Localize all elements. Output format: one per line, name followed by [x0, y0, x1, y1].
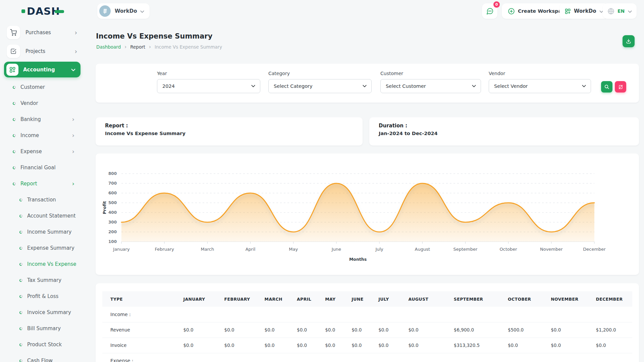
bullet-icon: [12, 101, 16, 105]
globe-icon: [607, 8, 614, 15]
sidebar-item-label: Income Vs Expense: [27, 261, 76, 267]
chevron-down-icon: [140, 8, 144, 14]
svg-text:August: August: [415, 247, 430, 252]
language-label: EN: [618, 8, 625, 14]
sidebar-item-report[interactable]: Report›: [0, 176, 87, 192]
sidebar-item-cash-flow[interactable]: Cash Flow: [0, 353, 87, 362]
svg-text:800: 800: [108, 171, 117, 176]
breadcrumb-item-dashboard[interactable]: Dashboard: [96, 44, 121, 50]
vendor-select[interactable]: Select Vendor: [489, 79, 591, 93]
breadcrumb-item-report[interactable]: Report: [130, 44, 145, 50]
table-row-invoice: Invoice$0.0$0.0$0.0$0.0$0.0$0.0$0.0$0.0$…: [102, 338, 632, 353]
apply-filter-button[interactable]: [601, 81, 612, 93]
messages-badge: 0: [493, 1, 500, 8]
sidebar-item-label: Purchases: [25, 29, 51, 36]
customer-label: Customer: [380, 71, 481, 76]
svg-text:February: February: [155, 247, 174, 252]
bullet-icon: [12, 85, 16, 89]
table-section-income: Income :: [102, 307, 632, 322]
chevron-down-icon: [628, 8, 632, 14]
sidebar-item-label: Income: [20, 132, 39, 138]
sidebar-item-label: Financial Goal: [20, 165, 56, 171]
sidebar-item-income-summary[interactable]: Income Summary: [0, 224, 87, 240]
breadcrumb-item-income-vs-expense-summary: Income Vs Expense Summary: [155, 44, 222, 50]
chevron-down-icon: [251, 85, 255, 87]
workspace-name: WorkDo: [115, 8, 137, 14]
sidebar-item-tax-summary[interactable]: Tax Summary: [0, 272, 87, 288]
bullet-icon: [19, 198, 23, 202]
sidebar-item-income-vs-expense[interactable]: Income Vs Expense: [0, 256, 87, 272]
table-cell: $0.0: [289, 322, 317, 338]
download-report-button[interactable]: [623, 35, 635, 47]
svg-text:October: October: [500, 247, 518, 252]
language-selector[interactable]: EN: [603, 3, 637, 19]
sidebar-item-financial-goal[interactable]: Financial Goal: [0, 160, 87, 176]
filter-panel: Year 2024 Category Select Category Custo…: [96, 64, 639, 103]
sidebar-item-invoice-summary[interactable]: Invoice Summary: [0, 304, 87, 320]
svg-text:700: 700: [108, 181, 117, 186]
bullet-icon: [12, 133, 16, 137]
sidebar-item-customer[interactable]: Customer: [0, 79, 87, 95]
app-logo[interactable]: DASH: [21, 5, 64, 17]
bullet-icon: [19, 262, 23, 266]
sidebar-item-profit-loss[interactable]: Profit & Loss: [0, 288, 87, 304]
bullet-icon: [19, 278, 23, 282]
table-cell: $0.0: [400, 322, 445, 338]
sidebar-item-label: Bill Summary: [27, 325, 61, 331]
table-cell: $0.0: [289, 338, 317, 353]
year-select[interactable]: 2024: [157, 79, 260, 93]
table-header-january: JANUARY: [175, 291, 216, 307]
table-header-march: MARCH: [257, 291, 289, 307]
table-cell: $0.0: [370, 322, 400, 338]
sidebar-item-product-stock[interactable]: Product Stock: [0, 337, 87, 353]
table-header-row: TYPEJANUARYFEBRUARYMARCHAPRILMAYJUNEJULY…: [102, 291, 632, 307]
svg-text:March: March: [201, 247, 214, 252]
table-header-september: SEPTEMBER: [446, 291, 500, 307]
profit-chart-card: 100200300400500600700800JanuaryFebruaryM…: [96, 154, 639, 275]
bullet-icon: [19, 246, 23, 250]
sidebar-item-label: Product Stock: [27, 342, 62, 348]
reset-filter-button[interactable]: [615, 81, 626, 93]
sidebar-item-accounting[interactable]: Accounting: [4, 62, 80, 77]
table-header-october: OCTOBER: [500, 291, 543, 307]
table-row-revenue: Revenue$0.0$0.0$0.0$0.0$0.0$0.0$0.0$0.0$…: [102, 322, 632, 338]
customer-select[interactable]: Select Customer: [380, 79, 481, 93]
sidebar-item-label: Profit & Loss: [27, 293, 58, 299]
year-select-value: 2024: [162, 83, 175, 89]
chevron-right-icon: ›: [72, 116, 74, 122]
sidebar-item-projects[interactable]: Projects ›: [5, 43, 83, 60]
sidebar-item-expense-summary[interactable]: Expense Summary: [0, 240, 87, 256]
category-select[interactable]: Select Category: [268, 79, 372, 93]
table-header-december: DECEMBER: [588, 291, 632, 307]
bullet-icon: [12, 117, 16, 121]
sidebar-item-purchases[interactable]: Purchases ›: [5, 24, 83, 41]
duration-card-value: Jan-2024 to Dec-2024: [379, 131, 630, 136]
sidebar-item-income[interactable]: Income›: [0, 127, 87, 143]
duration-summary-card: Duration : Jan-2024 to Dec-2024: [369, 117, 639, 145]
sidebar-item-vendor[interactable]: Vendor: [0, 95, 87, 111]
table-cell: $0.0: [175, 322, 216, 338]
chat-icon: [486, 7, 494, 15]
table-header-may: MAY: [317, 291, 343, 307]
svg-text:January: January: [113, 247, 130, 252]
tasks-icon: [7, 45, 20, 58]
svg-text:400: 400: [108, 210, 117, 215]
sidebar-item-banking[interactable]: Banking›: [0, 111, 87, 127]
messages-button[interactable]: 0: [482, 3, 497, 19]
workspace-menu-label: WorkDo: [574, 8, 596, 14]
table-cell: $0.0: [400, 338, 445, 353]
table-header-type: TYPE: [102, 291, 175, 307]
sidebar-item-transaction[interactable]: Transaction: [0, 192, 87, 208]
bullet-icon: [12, 166, 16, 170]
workspace-switcher[interactable]: WorkDo: [97, 3, 150, 19]
table-header-november: NOVEMBER: [543, 291, 588, 307]
sidebar-item-expense[interactable]: Expense›: [0, 143, 87, 160]
bullet-icon: [19, 359, 23, 362]
sidebar-item-bill-summary[interactable]: Bill Summary: [0, 320, 87, 337]
svg-text:September: September: [453, 247, 478, 252]
sidebar-item-account-statement[interactable]: Account Statement: [0, 208, 87, 224]
report-card-title: Report :: [105, 123, 353, 129]
bullet-icon: [19, 294, 23, 298]
sidebar-item-label: Banking: [20, 116, 41, 122]
workspace-menu[interactable]: WorkDo: [559, 3, 608, 19]
